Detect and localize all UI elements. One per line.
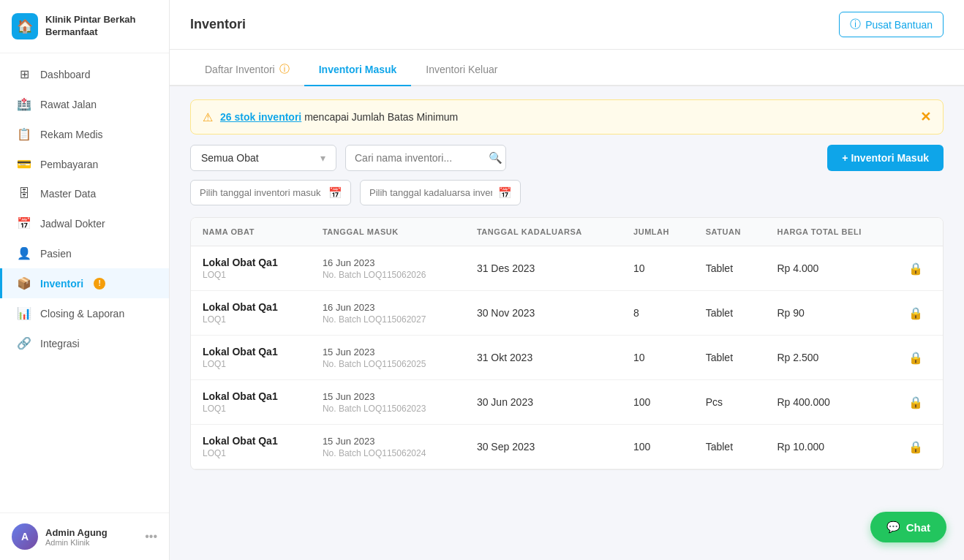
inventory-table: NAMA OBAT TANGGAL MASUK TANGGAL KADALUAR…: [190, 217, 944, 470]
drug-name-0: Lokal Obat Qa1: [203, 257, 299, 268]
pasien-icon: 👤: [17, 246, 31, 260]
sidebar-label-master-data: Master Data: [40, 188, 96, 200]
cell-unit-0: Tablet: [694, 246, 766, 291]
tab-inventori-keluar-label: Inventori Keluar: [426, 64, 497, 75]
sidebar-label-rekam-medis: Rekam Medis: [40, 129, 103, 140]
sidebar-item-pasien[interactable]: 👤 Pasien: [0, 238, 169, 268]
table-row: Lokal Obat Qa1 LOQ1 16 Jun 2023 No. Batc…: [191, 246, 943, 291]
drug-name-2: Lokal Obat Qa1: [203, 346, 299, 357]
th-actions: [897, 218, 943, 246]
cell-unit-1: Tablet: [694, 291, 766, 336]
calendar-kadaluarsa-icon: 📅: [498, 186, 512, 200]
cell-tanggal-exp-0: 31 Des 2023: [465, 246, 622, 291]
cell-lock-0: 🔒: [897, 246, 943, 291]
page-header: Inventori ⓘ Pusat Bantuan: [170, 0, 964, 50]
tab-inventori-masuk[interactable]: Inventori Masuk: [304, 53, 412, 86]
sidebar-item-master-data[interactable]: 🗄 Master Data: [0, 179, 169, 208]
pusat-bantuan-button[interactable]: ⓘ Pusat Bantuan: [839, 12, 944, 37]
table-header-row: NAMA OBAT TANGGAL MASUK TANGGAL KADALUAR…: [191, 218, 943, 246]
table-row: Lokal Obat Qa1 LOQ1 15 Jun 2023 No. Batc…: [191, 336, 943, 380]
cell-nama-obat-1: Lokal Obat Qa1 LOQ1: [191, 291, 311, 336]
lock-icon-1[interactable]: 🔒: [908, 307, 923, 319]
date-masuk-input[interactable]: [200, 181, 323, 205]
category-filter[interactable]: Semua Obat ▾: [190, 145, 336, 171]
drug-code-2: LOQ1: [203, 359, 299, 369]
sidebar-item-inventori[interactable]: 📦 Inventori !: [0, 268, 169, 298]
batch-no-0: No. Batch LOQ115062026: [323, 270, 453, 280]
cell-qty-0: 10: [622, 246, 694, 291]
lock-icon-2[interactable]: 🔒: [908, 352, 923, 364]
cell-price-3: Rp 400.000: [765, 380, 896, 425]
closing-laporan-icon: 📊: [17, 306, 31, 320]
lock-icon-0[interactable]: 🔒: [908, 262, 923, 275]
search-input-wrap: 🔍: [345, 145, 506, 171]
tab-daftar-inventori-label: Daftar Inventori: [205, 64, 275, 75]
user-more-button[interactable]: •••: [145, 530, 157, 543]
lock-icon-3[interactable]: 🔒: [908, 396, 923, 409]
cell-lock-2: 🔒: [897, 336, 943, 380]
inventori-badge: !: [94, 278, 105, 290]
batch-no-3: No. Batch LOQ115062023: [323, 404, 453, 414]
clinic-name: Klinik Pintar BerkahBermanfaat: [45, 14, 136, 39]
cell-qty-3: 100: [622, 380, 694, 425]
batch-no-2: No. Batch LOQ115062025: [323, 359, 453, 369]
chat-button[interactable]: 💬 Chat: [870, 512, 946, 542]
search-input[interactable]: [355, 145, 483, 170]
dashboard-icon: ⊞: [17, 67, 31, 81]
tab-daftar-inventori[interactable]: Daftar Inventori ⓘ: [190, 53, 304, 86]
lock-icon-4[interactable]: 🔒: [908, 441, 923, 453]
help-circle-icon: ⓘ: [850, 18, 861, 31]
cell-price-0: Rp 4.000: [765, 246, 896, 291]
sidebar-item-integrasi[interactable]: 🔗 Integrasi: [0, 328, 169, 358]
drug-name-3: Lokal Obat Qa1: [203, 390, 299, 402]
tab-info-icon: ⓘ: [279, 63, 290, 76]
user-info: Admin Agung Admin Klinik: [45, 527, 138, 547]
tab-inventori-keluar[interactable]: Inventori Keluar: [411, 53, 512, 86]
sidebar-item-rekam-medis[interactable]: 📋 Rekam Medis: [0, 119, 169, 149]
calendar-masuk-icon: 📅: [328, 186, 342, 200]
table-row: Lokal Obat Qa1 LOQ1 16 Jun 2023 No. Batc…: [191, 291, 943, 336]
sidebar-nav: ⊞ Dashboard 🏥 Rawat Jalan 📋 Rekam Medis …: [0, 53, 169, 512]
cell-nama-obat-2: Lokal Obat Qa1 LOQ1: [191, 336, 311, 380]
pusat-bantuan-label: Pusat Bantuan: [865, 19, 933, 31]
dropdown-chevron-icon: ▾: [320, 152, 325, 164]
sidebar-label-pembayaran: Pembayaran: [40, 159, 98, 170]
date-masuk-filter: 📅: [190, 180, 351, 205]
drug-name-1: Lokal Obat Qa1: [203, 301, 299, 313]
cell-nama-obat-3: Lokal Obat Qa1 LOQ1: [191, 380, 311, 425]
sidebar-label-rawat-jalan: Rawat Jalan: [40, 99, 97, 110]
sidebar-item-pembayaran[interactable]: 💳 Pembayaran: [0, 149, 169, 179]
alert-content: ⚠ 26 stok inventori mencapai Jumlah Bata…: [203, 110, 458, 124]
sidebar-item-dashboard[interactable]: ⊞ Dashboard: [0, 59, 169, 89]
cell-tanggal-masuk-3: 15 Jun 2023 No. Batch LOQ115062023: [311, 380, 465, 425]
cell-tanggal-exp-2: 31 Okt 2023: [465, 336, 622, 380]
master-data-icon: 🗄: [17, 187, 31, 200]
cell-qty-2: 10: [622, 336, 694, 380]
user-avatar: A: [12, 523, 38, 550]
cell-tanggal-masuk-1: 16 Jun 2023 No. Batch LOQ115062027: [311, 291, 465, 336]
cell-tanggal-exp-4: 30 Sep 2023: [465, 425, 622, 469]
alert-warning-icon: ⚠: [203, 110, 213, 124]
sidebar-label-closing-laporan: Closing & Laporan: [40, 308, 124, 319]
sidebar: 🏠 Klinik Pintar BerkahBermanfaat ⊞ Dashb…: [0, 0, 170, 560]
th-satuan: SATUAN: [694, 218, 766, 246]
date-kadaluarsa-input[interactable]: [369, 181, 492, 205]
alert-message: mencapai Jumlah Batas Minimum: [301, 111, 458, 123]
main-content: Inventori ⓘ Pusat Bantuan Daftar Invento…: [170, 0, 964, 560]
alert-link[interactable]: 26 stok inventori: [220, 111, 301, 123]
th-harga-total-beli: HARGA TOTAL BELI: [765, 218, 896, 246]
alert-close-button[interactable]: ✕: [920, 109, 931, 125]
cell-price-1: Rp 90: [765, 291, 896, 336]
add-inventori-masuk-button[interactable]: + Inventori Masuk: [827, 145, 944, 171]
cell-tanggal-exp-3: 30 Jun 2023: [465, 380, 622, 425]
cell-lock-4: 🔒: [897, 425, 943, 469]
user-name: Admin Agung: [45, 527, 138, 538]
drug-code-3: LOQ1: [203, 404, 299, 414]
drug-code-1: LOQ1: [203, 314, 299, 325]
sidebar-item-closing-laporan[interactable]: 📊 Closing & Laporan: [0, 298, 169, 328]
date-in-0: 16 Jun 2023: [323, 257, 453, 268]
date-kadaluarsa-filter: 📅: [360, 180, 521, 205]
sidebar-item-rawat-jalan[interactable]: 🏥 Rawat Jalan: [0, 89, 169, 119]
user-role: Admin Klinik: [45, 538, 138, 547]
sidebar-item-jadwal-dokter[interactable]: 📅 Jadwal Dokter: [0, 208, 169, 238]
